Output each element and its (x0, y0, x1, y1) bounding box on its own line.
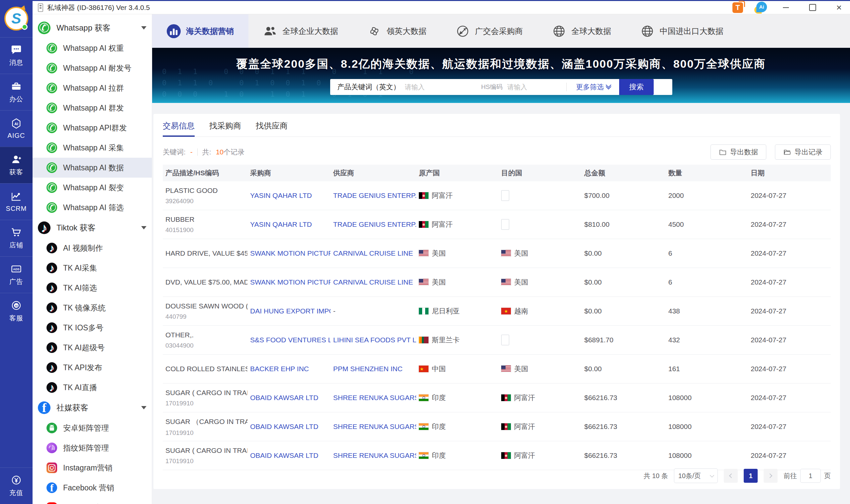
rail-item-3[interactable]: 获客 (0, 147, 33, 183)
sidebar-item-1-4[interactable]: ♪TK IOS多号 (33, 318, 152, 338)
buyer-link[interactable]: SWANK MOTION PICTURES (250, 278, 331, 286)
keyword-input[interactable] (405, 83, 461, 91)
table-row-1[interactable]: RUBBER40151900YASIN QAHAR LTDTRADE GENIU… (163, 210, 831, 239)
tiktok-icon: ♪ (47, 243, 57, 253)
sidebar-item-0-6[interactable]: ✆Whatsapp AI 数据 (33, 158, 152, 178)
banner-title: 覆盖全球200多国、8.2亿的海关数据、航运数据和过境数据、涵盖1000万采购商… (152, 56, 850, 72)
supplier-link[interactable]: SHREE RENUKA SUGARS... (333, 452, 416, 459)
sidebar-item-0-1[interactable]: ✆Whatsapp AI 耐发号 (33, 58, 152, 78)
rail-item-4[interactable]: SCRM (0, 183, 33, 220)
table-row-8[interactable]: SUGAR （CARGO IN TRA...17019910OBAID KAWS… (163, 412, 831, 441)
buyer-link[interactable]: YASIN QAHAR LTD (250, 192, 312, 199)
module-tab-3[interactable]: 广交会采购商 (441, 14, 537, 48)
buyer-link[interactable]: YASIN QAHAR LTD (250, 220, 312, 228)
table-row-5[interactable]: OTHER,.03044900S&S FOOD VENTURES LTDLIHI… (163, 326, 831, 355)
buyer-link[interactable]: OBAID KAWSAR LTD (250, 422, 318, 430)
app-logo[interactable]: S (0, 0, 33, 37)
sidebar-item-2-0[interactable]: 安卓矩阵管理 (33, 418, 152, 438)
caret-down-icon (141, 26, 146, 30)
supplier-link[interactable]: CARNIVAL CRUISE LINE (333, 278, 413, 286)
goto-page-input[interactable] (800, 469, 821, 483)
supplier-link[interactable]: TRADE GENIUS ENTERP... (333, 220, 416, 228)
sidebar-item-1-6[interactable]: ♪TK API发布 (33, 358, 152, 378)
module-tab-2[interactable]: 领英大数据 (353, 14, 441, 48)
module-tab-0[interactable]: 海关数据营销 (152, 14, 248, 48)
minimize-button[interactable] (778, 2, 794, 13)
maximize-button[interactable] (805, 2, 820, 13)
sidebar-item-1-7[interactable]: ♪TK AI直播 (33, 378, 152, 397)
more-filters-link[interactable]: 更多筛选 (576, 82, 610, 92)
flag-af-icon (419, 192, 428, 199)
table-row-2[interactable]: HARD DRIVE, VALUE $450...SWANK MOTION PI… (163, 239, 831, 268)
rail-item-2[interactable]: AIAIGC (0, 110, 33, 147)
menu-group-1[interactable]: ♪Tiktok 获客 (33, 217, 152, 238)
rail-item-recharge[interactable]: 充值 (0, 467, 33, 504)
rail-item-1[interactable]: 办公 (0, 74, 33, 110)
sidebar-item-label: Whatsapp API群发 (63, 123, 127, 133)
column-header-1: 采购商 (247, 168, 331, 178)
hs-code-input[interactable] (507, 83, 564, 91)
sidebar-item-0-7[interactable]: ✆Whatsapp AI 裂变 (33, 178, 152, 198)
buyer-link[interactable]: SWANK MOTION PICTURES (250, 249, 331, 257)
module-tab-5[interactable]: 中国进出口大数据 (626, 14, 738, 48)
rail-item-6[interactable]: ADS广告 (0, 256, 33, 293)
close-button[interactable]: × (831, 2, 847, 13)
hero-banner: 0 1 1 0 0 0 1 1 1 0 1 1 0 0 1 1 0 0 1 0 … (152, 48, 850, 103)
export-records-button[interactable]: 导出记录 (775, 144, 831, 160)
sidebar-item-1-0[interactable]: ♪AI 视频制作 (33, 238, 152, 258)
sidebar-item-label: TK AI超级号 (63, 343, 105, 353)
sidebar-item-0-3[interactable]: ✆Whatsapp AI 群发 (33, 98, 152, 118)
broken-flag-image (501, 335, 509, 345)
export-data-button[interactable]: 导出数据 (710, 144, 766, 160)
table-row-6[interactable]: COLD ROLLED STAINLES...BACKER EHP INCPPM… (163, 355, 831, 383)
supplier-link[interactable]: CARNIVAL CRUISE LINE (333, 249, 413, 257)
table-row-7[interactable]: SUGAR ( CARGO IN TRAN...17019910OBAID KA… (163, 383, 831, 412)
supplier-link[interactable]: TRADE GENIUS ENTERP... (333, 192, 416, 199)
sidebar-item-0-0[interactable]: ✆Whatsapp AI 权重 (33, 38, 152, 58)
translate-icon[interactable]: T (732, 2, 743, 13)
sidebar-item-1-2[interactable]: ♪TK AI筛选 (33, 278, 152, 298)
next-page-button[interactable] (764, 469, 778, 483)
supplier-link[interactable]: LIHINI SEA FOODS PVT LTD (333, 336, 416, 344)
module-tab-4[interactable]: 全球大数据 (537, 14, 626, 48)
sidebar-item-0-4[interactable]: ✆Whatsapp API群发 (33, 118, 152, 138)
tab-find-buyers[interactable]: 找采购商 (209, 121, 241, 137)
destination-country-label: 美国 (514, 277, 528, 287)
sidebar-item-0-5[interactable]: ✆Whatsapp AI 采集 (33, 138, 152, 158)
current-page[interactable]: 1 (744, 469, 758, 483)
sidebar-item-2-3[interactable]: fFacebook 营销 (33, 478, 152, 498)
supplier-link[interactable]: SHREE RENUKA SUGARS... (333, 394, 416, 401)
table-row-9[interactable]: SUGAR ( CARGO IN TRAN...17019910OBAID KA… (163, 441, 831, 470)
menu-group-0[interactable]: ✆Whatsapp 获客 (33, 18, 152, 38)
prev-page-button[interactable] (724, 469, 738, 483)
rail-item-0[interactable]: 消息 (0, 37, 33, 74)
buyer-link[interactable]: OBAID KAWSAR LTD (250, 452, 318, 459)
supplier-link[interactable]: PPM SHENZHEN INC (333, 365, 403, 373)
product-description: HARD DRIVE, VALUE $450... (165, 249, 244, 257)
rail-item-7[interactable]: AI客服 (0, 293, 33, 329)
sidebar-item-1-5[interactable]: ♪TK AI超级号 (33, 338, 152, 358)
tab-transactions[interactable]: 交易信息 (163, 121, 195, 137)
supplier-link[interactable]: SHREE RENUKA SUGARS... (333, 422, 416, 430)
buyer-link[interactable]: BACKER EHP INC (250, 365, 309, 373)
sidebar-item-2-2[interactable]: Instagram营销 (33, 458, 152, 478)
sidebar-item-0-2[interactable]: ✆Whatsapp AI 拉群 (33, 78, 152, 98)
menu-group-2[interactable]: f社媒获客 (33, 397, 152, 418)
tab-find-suppliers[interactable]: 找供应商 (256, 121, 288, 137)
sidebar-item-1-3[interactable]: ♪TK 镜像系统 (33, 298, 152, 318)
module-tab-1[interactable]: 全球企业大数据 (248, 14, 353, 48)
table-row-0[interactable]: PLASTIC GOOD39264090YASIN QAHAR LTDTRADE… (163, 181, 831, 210)
search-button[interactable]: 搜索 (619, 79, 654, 95)
buyer-link[interactable]: S&S FOOD VENTURES LTD (250, 336, 331, 344)
sidebar-item-2-4[interactable]: ▶Youtube 营销 (33, 498, 152, 504)
table-row-3[interactable]: DVD, VALUE $75.00, MAD...SWANK MOTION PI… (163, 268, 831, 297)
sidebar-item-0-8[interactable]: ✆Whatsapp AI 筛选 (33, 198, 152, 217)
table-row-4[interactable]: DOUSSIE SAWN WOOD (A...440799DAI HUNG EX… (163, 297, 831, 326)
buyer-link[interactable]: OBAID KAWSAR LTD (250, 394, 318, 401)
sidebar-item-2-1[interactable]: 指纹矩阵管理 (33, 438, 152, 458)
buyer-link[interactable]: DAI HUNG EXPORT IMPO... (250, 307, 331, 315)
ai-chat-icon[interactable]: Ai (754, 2, 767, 14)
page-size-select[interactable]: 10条/页 (674, 468, 718, 483)
rail-item-5[interactable]: 店铺 (0, 220, 33, 256)
sidebar-item-1-1[interactable]: ♪TK AI采集 (33, 258, 152, 278)
